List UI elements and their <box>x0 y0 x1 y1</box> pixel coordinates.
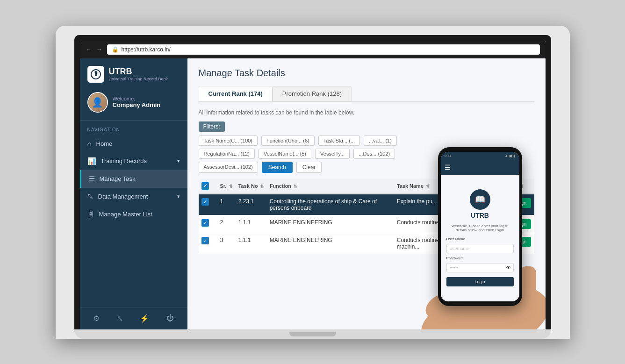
avatar-image: 👤 <box>88 93 107 112</box>
svg-rect-3 <box>475 255 496 315</box>
url-shield-icon: 🔒 <box>112 46 119 53</box>
filter-val[interactable]: ...val... (1) <box>364 136 397 146</box>
training-records-icon: 📊 <box>87 157 96 165</box>
home-icon: ⌂ <box>87 140 92 148</box>
filter-vessel-name[interactable]: VesselName(... (5) <box>259 149 311 159</box>
sort-assign-icon: ⇅ <box>520 184 524 189</box>
username-label: Company Admin <box>113 101 161 108</box>
data-management-icon: ✎ <box>87 193 93 201</box>
col-sr: Sr. ⇅ <box>217 178 236 194</box>
laptop-notch <box>289 332 336 336</box>
row3-function: MARINE ENGINEERING <box>267 233 394 254</box>
laptop-base <box>74 329 551 339</box>
filter-row-2: RegulationNa... (12) VesselName(... (5) … <box>199 149 534 159</box>
password-field-input[interactable]: •••••• 👁 <box>446 263 514 272</box>
sidebar-item-manage-task[interactable]: ☰ Manage Task <box>80 170 187 188</box>
row2-task-name: Conducts routine ma... <box>394 215 458 233</box>
status-badge-1: Active <box>460 199 474 204</box>
row2-function: MARINE ENGINEERING <box>267 215 394 233</box>
clear-button[interactable]: Clear <box>296 162 322 173</box>
chevron-down-icon: ▾ <box>177 158 180 164</box>
page-title: Manage Task Details <box>199 68 534 79</box>
filter-vessel-type[interactable]: VesselTy... <box>315 149 350 159</box>
row1-sr: 1 <box>217 194 236 215</box>
sidebar-logo: UTRB Universal Training Record Book <box>80 58 187 87</box>
settings-icon[interactable]: ⚙ <box>93 314 100 323</box>
tab-promotion-rank[interactable]: Promotion Rank (128) <box>273 86 352 101</box>
select-all-checkbox[interactable]: ✓ <box>201 182 209 190</box>
assign-button-2[interactable]: ✈ Assign <box>500 219 531 229</box>
forward-button[interactable]: → <box>96 46 102 53</box>
row1-bar <box>212 194 217 215</box>
row3-sr: 3 <box>217 233 236 254</box>
row1-task-no: 2.23.1 <box>236 194 267 215</box>
row2-status: Active <box>457 215 497 233</box>
row3-checkbox-cell: ✓ <box>199 233 212 254</box>
row3-checkbox[interactable]: ✓ <box>201 237 209 244</box>
app-container: UTRB Universal Training Record Book 👤 We… <box>80 58 546 329</box>
laptop-screen: ← → 🔒 https://utrb.karco.in/ <box>80 41 546 329</box>
row2-checkbox-cell: ✓ <box>199 215 212 233</box>
sidebar-item-home[interactable]: ⌂ Home <box>80 135 187 152</box>
assign-button-1[interactable]: ✈ Assign <box>500 198 531 208</box>
row1-checkbox[interactable]: ✓ <box>201 198 209 206</box>
filter-row-3: AssessorDesi... (102) Search Clear <box>199 162 534 173</box>
sort-status-icon: ⇅ <box>491 184 495 189</box>
row1-assign-cell: ✈ Assign <box>497 194 534 215</box>
row2-sr: 2 <box>217 215 236 233</box>
phone-login-button[interactable]: Login <box>446 277 514 286</box>
row1-status: Active <box>457 194 497 215</box>
filter-function[interactable]: Function(Cho... (6) <box>261 136 315 146</box>
filter-assessor[interactable]: AssessorDesi... (102) <box>199 162 258 173</box>
chevron-down-icon-2: ▾ <box>177 193 180 200</box>
filters-section: Filters: Task Name(C... (100) Function(C… <box>199 121 534 173</box>
row3-status: Active <box>457 233 497 254</box>
power-off-icon[interactable]: ⏻ <box>166 314 174 323</box>
sidebar-item-training-records[interactable]: 📊 Training Records ▾ <box>80 152 187 170</box>
url-bar[interactable]: 🔒 https://utrb.karco.in/ <box>107 44 540 55</box>
filter-regulation[interactable]: RegulationNa... (12) <box>199 149 255 159</box>
assign-button-3[interactable]: ✈ Assign <box>500 237 531 247</box>
filter-task-status[interactable]: Task Sta... (... <box>318 136 360 146</box>
svg-rect-4 <box>499 259 517 315</box>
sidebar-item-data-mgmt-label: Data Management <box>98 193 148 200</box>
sidebar-item-home-label: Home <box>96 140 113 147</box>
eye-icon: 👁 <box>506 265 510 270</box>
row2-bar <box>212 215 217 233</box>
col-function: Function ⇅ <box>267 178 394 194</box>
svg-point-1 <box>413 271 545 329</box>
power-icon-2[interactable]: ⚡ <box>140 314 149 323</box>
screen-bezel: ← → 🔒 https://utrb.karco.in/ <box>74 35 551 329</box>
expand-icon[interactable]: ⤡ <box>117 314 123 323</box>
welcome-label: Welcome, <box>113 96 161 101</box>
row2-task-no: 1.1.1 <box>236 215 267 233</box>
col-bar <box>212 178 217 194</box>
status-badge-2: Active <box>460 220 474 225</box>
sort-function-icon: ⇅ <box>294 184 297 189</box>
manage-task-icon: ☰ <box>89 175 95 183</box>
filter-des[interactable]: ...Des... (102) <box>353 149 395 159</box>
filters-label: Filters: <box>199 121 225 132</box>
avatar: 👤 <box>87 92 108 113</box>
logo-icon <box>87 66 104 83</box>
logo-subtitle: Universal Training Record Book <box>109 77 168 81</box>
table-row: ✓ 3 1.1.1 MARINE ENGINEERING Conducts ro… <box>199 233 534 254</box>
sidebar-item-manage-master[interactable]: 🗄 Manage Master List <box>80 206 187 223</box>
table-row: ✓ 2 1.1.1 MARINE ENGINEERING Conducts ro… <box>199 215 534 233</box>
search-button[interactable]: Search <box>262 162 293 173</box>
main-content: Manage Task Details Current Rank (174) P… <box>187 58 546 329</box>
sidebar-item-master-label: Manage Master List <box>99 211 152 218</box>
filter-task-name[interactable]: Task Name(C... (100) <box>199 136 258 146</box>
svg-rect-2 <box>447 264 473 329</box>
sidebar-item-data-management[interactable]: ✎ Data Management ▾ <box>80 188 187 206</box>
col-task-no: Task No ⇅ <box>236 178 267 194</box>
row3-bar <box>212 233 217 254</box>
status-badge-3: Active <box>460 237 474 243</box>
password-field-label: Password <box>446 256 514 260</box>
tab-current-rank[interactable]: Current Rank (174) <box>199 86 273 101</box>
col-checkbox: ✓ <box>199 178 212 194</box>
row2-checkbox[interactable]: ✓ <box>201 219 209 227</box>
sidebar-item-manage-task-label: Manage Task <box>100 175 136 182</box>
back-button[interactable]: ← <box>86 46 92 53</box>
laptop-frame: ← → 🔒 https://utrb.karco.in/ <box>56 26 570 339</box>
